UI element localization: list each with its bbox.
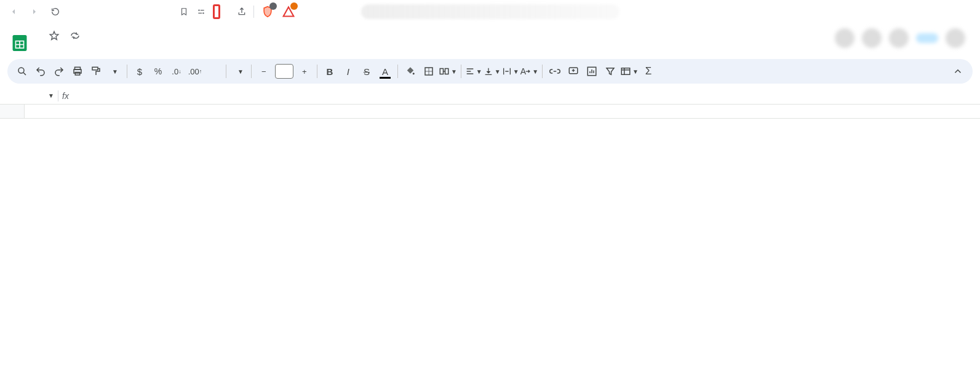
menu-edit[interactable]: [47, 44, 57, 49]
text-color-icon[interactable]: A: [376, 63, 394, 80]
insert-comment-icon[interactable]: [565, 63, 582, 80]
menu-bar: [36, 44, 134, 49]
svg-rect-12: [445, 69, 448, 74]
sheets-logo-icon[interactable]: [7, 31, 32, 55]
select-all-corner[interactable]: [0, 105, 25, 118]
vertical-align-icon[interactable]: ▼: [484, 63, 501, 80]
percent-icon[interactable]: %: [149, 63, 167, 80]
increase-font-icon[interactable]: +: [296, 63, 313, 80]
star-icon[interactable]: [47, 28, 62, 43]
svg-point-1: [202, 12, 204, 14]
svg-point-9: [413, 73, 415, 74]
menu-insert[interactable]: [69, 44, 79, 49]
insert-link-icon[interactable]: [546, 63, 564, 80]
redo-icon[interactable]: [50, 63, 68, 80]
doc-title[interactable]: [36, 34, 41, 37]
svg-rect-11: [440, 69, 443, 74]
undo-icon[interactable]: [32, 63, 49, 80]
url-highlight-annotation: [213, 4, 220, 19]
back-button[interactable]: [5, 3, 22, 20]
header-right-blurred: [835, 28, 973, 48]
svg-point-4: [18, 68, 24, 73]
bold-icon[interactable]: B: [321, 63, 338, 80]
browser-bar: [0, 0, 980, 23]
paint-format-icon[interactable]: [87, 63, 105, 80]
font-size-input[interactable]: [275, 64, 293, 79]
increase-decimal-icon[interactable]: .00↑: [186, 63, 204, 80]
svg-point-0: [198, 10, 199, 11]
filter-views-icon[interactable]: ▼: [620, 63, 639, 80]
merge-cells-icon[interactable]: ▼: [439, 63, 457, 80]
menu-tools[interactable]: [102, 44, 112, 49]
italic-icon[interactable]: I: [340, 63, 357, 80]
text-wrap-icon[interactable]: ▼: [502, 63, 519, 80]
bookmark-icon[interactable]: [178, 6, 189, 17]
horizontal-align-icon[interactable]: ▼: [465, 63, 482, 80]
search-menus-icon[interactable]: [14, 63, 31, 80]
name-box[interactable]: ▼: [5, 92, 54, 99]
svg-rect-8: [92, 67, 98, 70]
zoom-select[interactable]: ▼: [106, 63, 123, 80]
formula-bar[interactable]: [69, 87, 980, 104]
doc-header: [0, 23, 980, 55]
share-button[interactable]: [916, 33, 938, 43]
brave-triangle-icon[interactable]: [281, 4, 296, 19]
name-box-row: ▼ fx: [0, 87, 980, 105]
currency-icon[interactable]: $: [131, 63, 148, 80]
text-rotation-icon[interactable]: A▼: [520, 63, 538, 80]
menu-format[interactable]: [80, 44, 90, 49]
font-family-select[interactable]: ▼: [230, 63, 247, 80]
borders-icon[interactable]: [420, 63, 437, 80]
toolbar: ▼ $ % .0↓ .00↑ ▼ − + B I S A ▼ ▼ ▼ ▼ A▼ …: [7, 59, 973, 84]
forward-button[interactable]: [26, 3, 43, 20]
cloud-sync-icon[interactable]: [68, 28, 82, 43]
reload-button[interactable]: [47, 3, 64, 20]
spreadsheet-grid[interactable]: [0, 105, 980, 119]
decrease-font-icon[interactable]: −: [255, 63, 273, 80]
menu-help[interactable]: [124, 44, 134, 49]
functions-icon[interactable]: Σ: [640, 63, 657, 80]
decrease-decimal-icon[interactable]: .0↓: [168, 63, 185, 80]
menu-file[interactable]: [36, 44, 46, 49]
browser-extensions-blurred: [361, 4, 619, 19]
menu-extensions[interactable]: [113, 44, 123, 49]
format-123-icon[interactable]: [205, 63, 222, 80]
collapse-toolbar-icon[interactable]: [949, 63, 966, 80]
share-url-icon[interactable]: [236, 6, 247, 17]
print-icon[interactable]: [69, 63, 86, 80]
fx-icon: fx: [62, 91, 69, 101]
url-text: [213, 7, 220, 17]
menu-view[interactable]: [58, 44, 68, 49]
svg-rect-15: [621, 68, 630, 75]
site-settings-icon[interactable]: [196, 6, 207, 17]
menu-data[interactable]: [91, 44, 101, 49]
filter-icon[interactable]: [602, 63, 619, 80]
brave-shield-icon[interactable]: [260, 4, 275, 19]
insert-chart-icon[interactable]: [583, 63, 600, 80]
strikethrough-icon[interactable]: S: [358, 63, 375, 80]
address-bar[interactable]: [178, 4, 296, 19]
fill-color-icon[interactable]: [402, 63, 419, 80]
